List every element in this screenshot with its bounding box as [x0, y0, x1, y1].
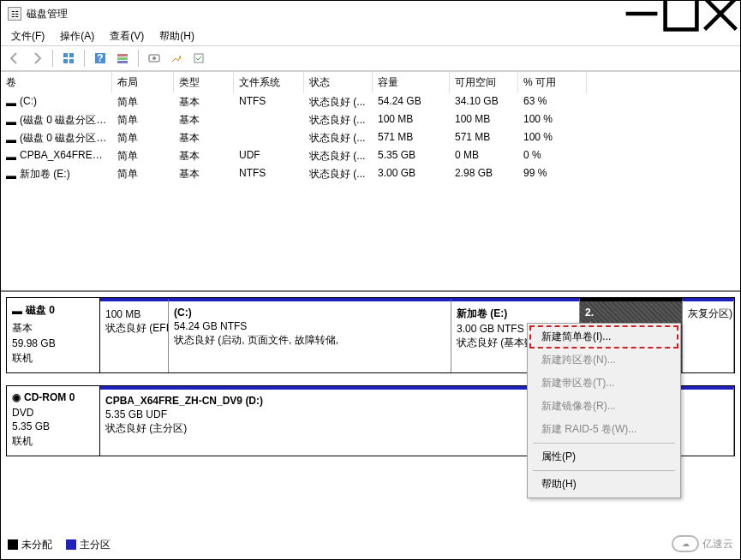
cell-fs: UDF — [234, 147, 304, 165]
back-button[interactable] — [4, 48, 25, 69]
menu-help[interactable]: 帮助(H) — [152, 27, 201, 45]
cell-status: 状态良好 (... — [304, 111, 373, 129]
cell-type: 基本 — [174, 93, 234, 111]
svg-rect-4 — [63, 53, 68, 57]
table-row[interactable]: ▬新加卷 (E:)简单基本NTFS状态良好 (...3.00 GB2.98 GB… — [1, 165, 740, 183]
disk-label[interactable]: ◉CD-ROM 0 DVD 5.35 GB 联机 — [6, 385, 100, 456]
svg-rect-12 — [117, 61, 128, 63]
legend-primary: 主分区 — [66, 538, 111, 552]
refresh-button[interactable] — [144, 48, 164, 69]
action-button[interactable] — [188, 48, 209, 69]
svg-rect-5 — [69, 53, 74, 57]
legend-unalloc: 未分配 — [8, 538, 52, 552]
col-free[interactable]: 可用空间 — [450, 72, 518, 93]
disk-name: ▬磁盘 0 — [12, 303, 94, 318]
cdrom-status: 联机 — [12, 434, 94, 449]
table-header: 卷 布局 类型 文件系统 状态 容量 可用空间 % 可用 — [1, 71, 740, 93]
cell-status: 状态良好 (... — [304, 93, 373, 111]
volume-icon: ▬ — [6, 97, 16, 107]
volume-icon: ▬ — [6, 151, 16, 161]
svg-rect-15 — [194, 54, 203, 63]
cell-type: 基本 — [174, 165, 234, 183]
cell-pct: 100 % — [518, 111, 587, 129]
cell-free: 0 MB — [450, 147, 518, 165]
table-row[interactable]: ▬(磁盘 0 磁盘分区 1)简单基本状态良好 (...100 MB100 MB1… — [1, 111, 740, 129]
svg-rect-11 — [117, 57, 128, 60]
cell-free: 571 MB — [450, 129, 518, 147]
cell-free: 2.98 GB — [450, 165, 518, 183]
partition[interactable]: 灰复分区) — [683, 298, 734, 372]
cell-status: 状态良好 (... — [304, 147, 373, 165]
cell-type: 基本 — [174, 111, 234, 129]
volume-icon: ▬ — [6, 116, 16, 126]
col-pct[interactable]: % 可用 — [518, 72, 587, 93]
col-volume[interactable]: 卷 — [1, 72, 112, 93]
col-capacity[interactable]: 容量 — [373, 72, 450, 93]
cell-pct: 100 % — [518, 129, 587, 147]
partition[interactable]: 100 MB 状态良好 (EFI — [100, 298, 169, 372]
table-row[interactable]: ▬(C:)简单基本NTFS状态良好 (...54.24 GB34.10 GB63… — [1, 93, 740, 111]
cell-layout: 简单 — [112, 165, 174, 183]
cloud-icon: ☁ — [672, 535, 699, 552]
table-row[interactable]: ▬CPBA_X64FRE_Z...简单基本UDF状态良好 (...5.35 GB… — [1, 147, 740, 165]
disk-label[interactable]: ▬磁盘 0 基本 59.98 GB 联机 — [6, 297, 100, 373]
table-row[interactable]: ▬(磁盘 0 磁盘分区 5)简单基本状态良好 (...571 MB571 MB1… — [1, 129, 740, 147]
menu-new-raid5-volume: 新建 RAID-5 卷(W)... — [529, 418, 678, 441]
forward-button[interactable] — [27, 48, 47, 69]
cell-volume: ▬新加卷 (E:) — [1, 165, 112, 183]
maximize-button[interactable] — [661, 1, 701, 27]
menu-action[interactable]: 操作(A) — [53, 27, 101, 45]
context-menu: 新建简单卷(I)... 新建跨区卷(N)... 新建带区卷(T)... 新建镜像… — [527, 323, 681, 498]
col-layout[interactable]: 布局 — [112, 72, 174, 93]
cell-status: 状态良好 (... — [304, 165, 373, 183]
cell-capacity: 571 MB — [373, 129, 450, 147]
table-body[interactable]: ▬(C:)简单基本NTFS状态良好 (...54.24 GB34.10 GB63… — [1, 93, 740, 290]
cell-layout: 简单 — [112, 111, 174, 129]
swatch-primary — [66, 539, 76, 550]
minimize-button[interactable] — [622, 1, 661, 27]
close-button[interactable] — [701, 1, 740, 27]
separator — [84, 50, 85, 67]
settings-button[interactable] — [112, 48, 133, 69]
col-fs[interactable]: 文件系统 — [234, 72, 304, 93]
col-status[interactable]: 状态 — [304, 72, 373, 93]
help-button[interactable]: ? — [90, 48, 111, 69]
svg-rect-10 — [117, 54, 128, 57]
cell-volume: ▬CPBA_X64FRE_Z... — [1, 147, 112, 165]
disk-type: 基本 — [12, 321, 94, 336]
cdrom-size: 5.35 GB — [12, 420, 94, 432]
cell-layout: 简单 — [112, 129, 174, 147]
col-type[interactable]: 类型 — [174, 72, 234, 93]
cell-layout: 简单 — [112, 93, 174, 111]
cdrom-name: ◉CD-ROM 0 — [12, 391, 94, 403]
toolbar: ? — [1, 45, 740, 71]
menu-view[interactable]: 查看(V) — [103, 27, 151, 45]
volume-table: 卷 布局 类型 文件系统 状态 容量 可用空间 % 可用 ▬(C:)简单基本NT… — [1, 71, 740, 290]
cell-layout: 简单 — [112, 147, 174, 165]
cell-volume: ▬(磁盘 0 磁盘分区 1) — [1, 111, 112, 129]
svg-rect-7 — [69, 59, 74, 63]
list-button[interactable] — [166, 48, 187, 69]
cdrom-icon: ◉ — [12, 391, 21, 403]
window-title: 磁盘管理 — [27, 7, 622, 21]
cell-volume: ▬(磁盘 0 磁盘分区 5) — [1, 129, 112, 147]
window-controls — [622, 1, 740, 27]
menu-new-spanned-volume: 新建跨区卷(N)... — [529, 349, 678, 372]
partition[interactable]: (C:) 54.24 GB NTFS 状态良好 (启动, 页面文件, 故障转储, — [169, 298, 451, 372]
volume-icon: ▬ — [6, 170, 16, 180]
separator — [138, 50, 139, 67]
menu-file[interactable]: 文件(F) — [4, 27, 51, 45]
view-button[interactable] — [58, 48, 79, 69]
cell-free: 34.10 GB — [450, 93, 518, 111]
menu-new-simple-volume[interactable]: 新建简单卷(I)... — [529, 325, 678, 349]
menu-properties[interactable]: 属性(P) — [529, 445, 678, 468]
watermark: ☁ 亿速云 — [672, 535, 733, 552]
svg-point-14 — [152, 57, 156, 60]
menu-help[interactable]: 帮助(H) — [529, 473, 678, 496]
svg-rect-6 — [63, 59, 68, 63]
cell-pct: 99 % — [518, 165, 587, 183]
cell-pct: 0 % — [518, 147, 587, 165]
cell-fs: NTFS — [234, 93, 304, 111]
swatch-unallocated — [8, 539, 18, 550]
volume-icon: ▬ — [6, 134, 16, 144]
